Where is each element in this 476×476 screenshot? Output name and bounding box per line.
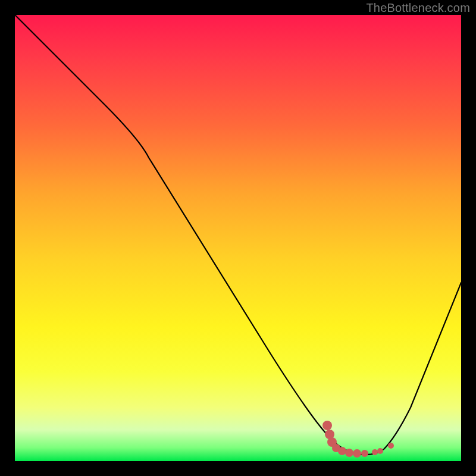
svg-point-4 <box>338 447 346 455</box>
svg-point-6 <box>353 449 361 458</box>
chart-area <box>15 15 461 461</box>
svg-point-9 <box>377 448 383 454</box>
svg-point-7 <box>361 450 368 457</box>
svg-point-10 <box>388 443 394 449</box>
svg-point-5 <box>345 449 353 457</box>
svg-point-0 <box>322 421 332 430</box>
svg-point-8 <box>372 449 378 455</box>
bottleneck-curve <box>15 15 461 461</box>
watermark-text: TheBottleneck.com <box>366 1 470 15</box>
